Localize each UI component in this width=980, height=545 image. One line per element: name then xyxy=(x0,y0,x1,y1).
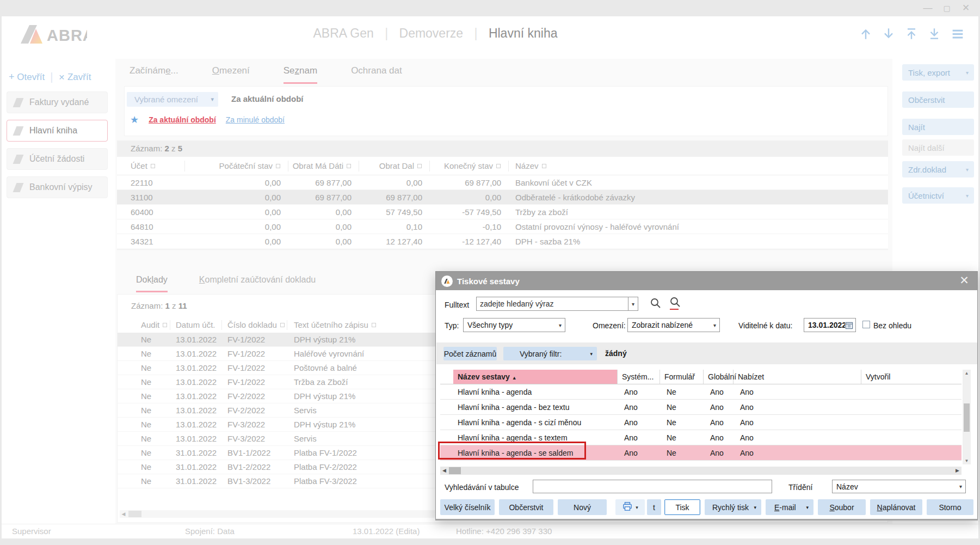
favorite-star-icon[interactable]: ★ xyxy=(130,114,139,126)
report-row[interactable]: Hlavní kniha - agenda - bez textuAnoNeAn… xyxy=(440,400,961,415)
column-header-cislo-dokladu[interactable]: Číslo dokladu xyxy=(222,320,287,330)
chevron-down-icon: ▾ xyxy=(636,505,638,510)
abra-logo: ABRA xyxy=(16,23,87,48)
sorting-select[interactable]: Název▾ xyxy=(832,480,966,493)
current-restriction-label: Za aktuální období xyxy=(231,94,304,103)
tab-seznam[interactable]: Seznam xyxy=(283,65,317,84)
sort-box-icon xyxy=(280,323,285,327)
column-header-pocatecni-stav[interactable]: Počáteční stav xyxy=(185,161,288,172)
accounting-button[interactable]: Účetnictví▾ xyxy=(902,187,974,204)
search-icon[interactable] xyxy=(649,297,662,311)
column-header-system[interactable]: Systém... xyxy=(618,370,660,384)
column-header-obrat-dal[interactable]: Obrat Dal xyxy=(359,161,430,172)
tab-kompletni-zauctovani[interactable]: Kompletní zaúčtování dokladu xyxy=(199,275,316,292)
quick-print-button[interactable]: Rychlý tisk▾ xyxy=(705,499,761,515)
column-header-nabizet[interactable]: Nabízet xyxy=(734,370,861,384)
find-button[interactable]: Najít xyxy=(902,119,974,135)
type-select[interactable]: Všechny typy▾ xyxy=(463,318,565,332)
reports-table-header: Název sestavy ▲ Systém... Formulář Globá… xyxy=(440,370,961,384)
plus-icon: + xyxy=(9,71,15,82)
move-down-icon[interactable] xyxy=(882,26,896,41)
table-row[interactable]: 604000,000,0057 749,50-57 749,50Tržby za… xyxy=(117,205,888,219)
scrollbar-thumb[interactable] xyxy=(964,403,970,432)
sidebar-item-ucetni-zadosti[interactable]: Účetní žádosti xyxy=(7,148,108,170)
print-export-button[interactable]: Tisk, export▾ xyxy=(902,64,974,81)
calendar-icon[interactable] xyxy=(845,321,853,329)
column-header-ucet[interactable]: Účet xyxy=(117,161,185,172)
column-header-formular[interactable]: Formulář xyxy=(660,370,704,384)
table-row[interactable]: 648100,000,000,10-0,10Ostatní provozní v… xyxy=(117,219,888,234)
table-row[interactable]: 221100,0069 877,000,0069 877,00Bankovní … xyxy=(117,175,888,190)
tab-doklady[interactable]: Doklady xyxy=(136,275,168,292)
fulltext-dropdown-button[interactable]: ▾ xyxy=(628,297,638,311)
scroll-left-icon[interactable]: ◀ xyxy=(440,467,448,475)
sort-box-icon xyxy=(496,164,501,168)
close-agenda-button[interactable]: ✕ Zavřít xyxy=(58,72,91,83)
scrollbar-thumb[interactable] xyxy=(128,511,141,517)
filter-band: Počet záznamů Vybraný filtr:▾ žádný xyxy=(436,342,977,364)
scroll-down-icon[interactable]: ▼ xyxy=(963,457,971,464)
dialog-close-icon[interactable]: ✕ xyxy=(958,274,971,287)
search-next-icon[interactable] xyxy=(669,296,682,310)
big-list-button[interactable]: Velký číselník xyxy=(440,499,495,515)
refresh-button[interactable]: Občerstvit xyxy=(902,91,974,108)
table-search-input[interactable] xyxy=(533,480,772,493)
cancel-button[interactable]: Storno xyxy=(927,499,973,515)
column-header-konecny-stav[interactable]: Konečný stav xyxy=(430,161,509,172)
refresh-button[interactable]: Občerstvit xyxy=(499,499,553,515)
vertical-scrollbar[interactable]: ▲ ▼ xyxy=(963,370,971,464)
column-header-nazev[interactable]: Název xyxy=(509,161,888,172)
table-row-selected[interactable]: 311000,0069 877,0069 877,000,00Odběratel… xyxy=(117,190,888,205)
menu-icon[interactable] xyxy=(950,26,965,41)
file-button[interactable]: Soubor xyxy=(818,499,866,515)
source-document-button[interactable]: Zdr.doklad▾ xyxy=(902,161,974,177)
fulltext-input[interactable] xyxy=(476,297,628,311)
tab-zaciname[interactable]: Začínáme... xyxy=(130,65,178,84)
restriction-select[interactable]: Zobrazit nabízené▾ xyxy=(627,318,720,332)
chevron-down-icon: ▾ xyxy=(211,96,214,103)
sidebar-item-hlavni-kniha[interactable]: Hlavní kniha xyxy=(7,120,108,142)
schedule-button[interactable]: Naplánovat xyxy=(870,499,922,515)
column-header-audit[interactable]: Audit xyxy=(118,320,170,330)
tab-omezeni[interactable]: Omezení xyxy=(212,65,250,84)
selected-filter-select[interactable]: Vybraný filtr:▾ xyxy=(503,347,597,360)
open-agenda-button[interactable]: + Otevřít xyxy=(9,71,45,83)
restriction-link-current[interactable]: Za aktuální období xyxy=(149,115,216,124)
scroll-up-icon[interactable]: ▲ xyxy=(963,370,971,377)
restriction-link-previous[interactable]: Za minulé období xyxy=(226,115,285,124)
column-header-datum[interactable]: Datum účt. xyxy=(170,320,222,330)
new-button[interactable]: Nový xyxy=(558,499,607,515)
column-header-vytvoril[interactable]: Vytvořil xyxy=(861,370,961,384)
sidebar-item-bankovni-vypisy[interactable]: Bankovní výpisy xyxy=(7,176,108,198)
printer-select-button[interactable]: ▾ xyxy=(615,499,645,515)
t-button[interactable]: t xyxy=(647,499,661,515)
chevron-down-icon: ▾ xyxy=(628,301,638,307)
divider: | xyxy=(50,71,53,83)
move-top-icon[interactable] xyxy=(904,26,919,41)
move-bottom-icon[interactable] xyxy=(927,26,941,41)
report-row[interactable]: Hlavní kniha - agenda - s cizí měnouAnoN… xyxy=(440,415,961,430)
date-input[interactable]: 13.01.2022 xyxy=(804,318,856,332)
scrollbar-thumb[interactable] xyxy=(449,467,461,474)
close-icon[interactable]: ✕ xyxy=(959,2,973,14)
scroll-left-icon[interactable]: ◀ xyxy=(120,510,127,518)
move-up-icon[interactable] xyxy=(859,26,873,41)
column-header-globalni[interactable]: Globální xyxy=(704,370,734,384)
scroll-right-icon[interactable]: ▶ xyxy=(953,467,961,475)
sort-box-icon xyxy=(151,164,155,168)
horizontal-scrollbar[interactable]: ◀ ▶ xyxy=(440,467,961,475)
restriction-select[interactable]: Vybrané omezení ▾ xyxy=(127,92,218,107)
bez-ohledu-checkbox[interactable] xyxy=(862,321,870,328)
column-header-obrat-ma-dati[interactable]: Obrat Má Dáti xyxy=(288,161,359,172)
minimize-icon[interactable]: — xyxy=(921,2,935,14)
print-button[interactable]: Tisk xyxy=(664,499,700,515)
sidebar-item-faktury-vydane[interactable]: Faktury vydané xyxy=(7,91,108,113)
tab-ochrana-dat[interactable]: Ochrana dat xyxy=(351,65,402,84)
maximize-icon[interactable]: ▢ xyxy=(940,2,954,14)
dialog-titlebar[interactable]: Tiskové sestavy ✕ xyxy=(436,272,977,290)
table-row[interactable]: 343210,000,0012 127,40-12 127,40DPH - sa… xyxy=(117,234,888,249)
email-button[interactable]: E-mail▾ xyxy=(766,499,813,515)
report-row[interactable]: Hlavní kniha - agendaAnoNeAnoAno xyxy=(440,384,961,400)
record-count-button[interactable]: Počet záznamů xyxy=(443,347,497,360)
column-header-nazev-sestavy[interactable]: Název sestavy ▲ xyxy=(453,370,618,384)
